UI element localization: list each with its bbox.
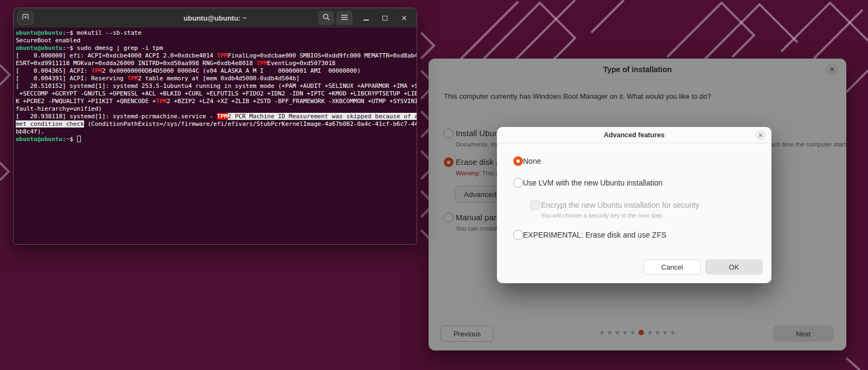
terminal-output[interactable]: ubuntu@ubuntu:~$ mokutil --sb-stateSecur…: [14, 28, 417, 245]
terminal-titlebar[interactable]: ubuntu@ubuntu: ~ ✕: [14, 8, 417, 28]
cancel-button-label: Cancel: [661, 263, 683, 271]
ok-button-label: OK: [729, 263, 739, 271]
terminal-line: ubuntu@ubuntu:~$: [16, 136, 414, 143]
option-experimental-zfs-label: EXPERIMENTAL: Erase disk and use ZFS: [523, 229, 666, 240]
close-icon: ✕: [758, 132, 763, 138]
terminal-line: SecureBoot enabled: [16, 37, 414, 44]
dialog-titlebar: Advanced features ✕: [497, 127, 771, 143]
ok-button[interactable]: OK: [705, 259, 763, 275]
terminal-line: [ 20.938118] systemd[1]: systemd-pcrmach…: [16, 113, 414, 120]
menu-button[interactable]: [336, 11, 353, 25]
terminal-line: ubuntu@ubuntu:~$ sudo dmesg | grep -i tp…: [16, 44, 414, 52]
radio-experimental-zfs[interactable]: [513, 230, 523, 240]
dialog-close-button[interactable]: ✕: [755, 130, 766, 141]
checkbox-encrypt[interactable]: [530, 200, 540, 210]
checkbox-encrypt-label: Encrypt the new Ubuntu installation for …: [541, 200, 699, 210]
hamburger-menu-icon: [341, 13, 348, 23]
maximize-button[interactable]: [378, 8, 392, 28]
dialog-title: Advanced features: [497, 131, 771, 139]
terminal-line: ESRT=0xd9911118 MOKvar=0xdda26000 INITRD…: [16, 60, 414, 67]
option-use-lvm-label: Use LVM with the new Ubuntu installation: [523, 177, 662, 188]
terminal-line: ubuntu@ubuntu:~$ mokutil --sb-state: [16, 29, 414, 37]
terminal-line: [ 0.000000] efi: ACPI=0xdcbe4000 ACPI 2.…: [16, 52, 414, 60]
search-button[interactable]: [318, 11, 334, 25]
close-icon: ✕: [401, 14, 407, 22]
terminal-line: bb8c4f).: [16, 128, 414, 136]
terminal-line: +SECCOMP +GCRYPT -GNUTLS +OPENSSL +ACL +…: [16, 90, 414, 98]
terminal-line: K +PCRE2 -PWQUALITY +P11KIT +QRENCODE +T…: [16, 98, 414, 105]
terminal-line: fault-hierarchy=unified): [16, 105, 414, 113]
minimize-icon: [363, 20, 369, 21]
terminal-window: ubuntu@ubuntu: ~ ✕ ubuntu@ubuntu:~$ moku…: [13, 8, 417, 245]
radio-use-lvm[interactable]: [513, 178, 523, 188]
radio-none[interactable]: [513, 156, 523, 166]
checkbox-encrypt-sub: You will choose a security key in the ne…: [541, 212, 663, 219]
option-none-label: None: [523, 156, 541, 167]
terminal-line: [ 0.004365] ACPI: TPM2 0x00000000DB4D500…: [16, 67, 414, 75]
search-icon: [322, 13, 330, 23]
close-button[interactable]: ✕: [397, 8, 411, 28]
cancel-button[interactable]: Cancel: [643, 259, 701, 275]
terminal-line: [ 20.510152] systemd[1]: systemd 253.5-1…: [16, 82, 414, 90]
maximize-icon: [382, 16, 387, 21]
terminal-line: [ 0.004391] ACPI: Reserving TPM2 table m…: [16, 75, 414, 82]
terminal-line: met condition check (ConditionPathExists…: [16, 120, 414, 128]
advanced-features-dialog: Advanced features ✕ None Use LVM with th…: [497, 127, 771, 283]
terminal-title: ubuntu@ubuntu: ~: [14, 14, 417, 22]
minimize-button[interactable]: [359, 8, 373, 28]
